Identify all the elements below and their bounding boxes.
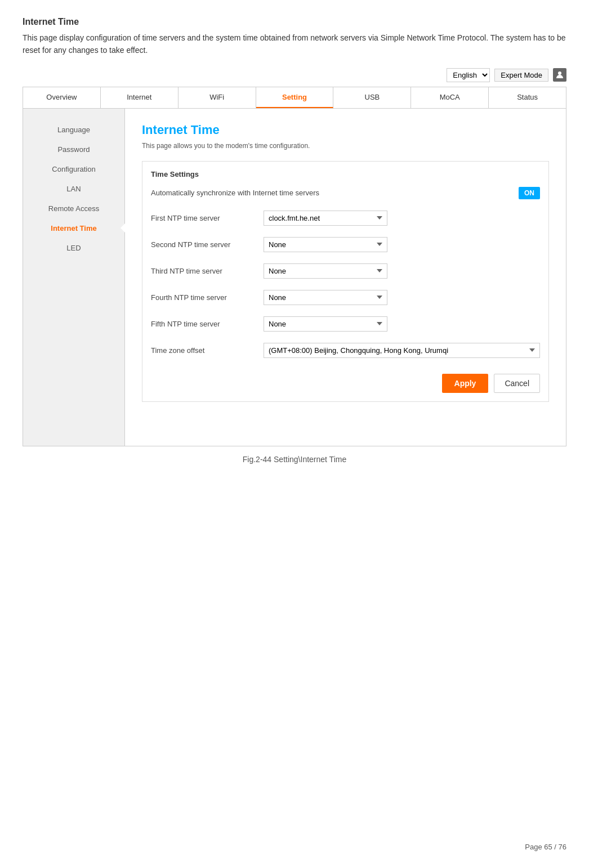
tab-setting[interactable]: Setting — [256, 87, 334, 108]
toggle-on-button[interactable]: ON — [519, 187, 540, 199]
ntp-label-2: Second NTP time server — [151, 240, 264, 249]
button-row: Apply Cancel — [151, 374, 540, 393]
ntp-control-2: None — [264, 237, 540, 252]
ntp-select-4[interactable]: None — [264, 290, 387, 305]
cancel-button[interactable]: Cancel — [494, 374, 540, 393]
user-icon[interactable] — [553, 68, 566, 82]
timezone-row: Time zone offset (GMT+08:00) Beijing, Ch… — [151, 343, 540, 363]
ntp-select-5[interactable]: None — [264, 316, 387, 332]
sidebar-item-led[interactable]: LED — [23, 238, 124, 258]
ntp-row-4: Fourth NTP time server None — [151, 290, 540, 310]
ntp-row-2: Second NTP time server None — [151, 237, 540, 257]
panel-subtitle: This page allows you to the modem's time… — [142, 142, 549, 150]
language-select[interactable]: English — [447, 68, 490, 82]
ntp-control-4: None — [264, 290, 540, 305]
ntp-select-3[interactable]: None — [264, 263, 387, 279]
svg-point-0 — [558, 71, 561, 75]
top-bar: English Expert Mode — [23, 68, 566, 82]
tab-usb[interactable]: USB — [333, 87, 411, 108]
panel-title: Internet Time — [142, 123, 549, 137]
auto-sync-label: Automatically synchronize with Internet … — [151, 189, 319, 197]
auto-sync-control: ON — [519, 187, 540, 199]
main-content: Language Password Configuration LAN Remo… — [23, 109, 566, 446]
tab-status[interactable]: Status — [489, 87, 566, 108]
timezone-control: (GMT+08:00) Beijing, Chongquing, Hong Ko… — [264, 343, 540, 358]
ntp-row-5: Fifth NTP time server None — [151, 316, 540, 336]
apply-button[interactable]: Apply — [442, 374, 489, 393]
tab-internet[interactable]: Internet — [101, 87, 179, 108]
sidebar-item-lan[interactable]: LAN — [23, 179, 124, 199]
right-panel: Internet Time This page allows you to th… — [124, 109, 566, 446]
page-number: Page 65 / 76 — [525, 843, 566, 851]
ntp-label-4: Fourth NTP time server — [151, 293, 264, 302]
expert-mode-button[interactable]: Expert Mode — [494, 69, 548, 82]
settings-section: Time Settings Automatically synchronize … — [142, 161, 549, 402]
ntp-label-3: Third NTP time server — [151, 267, 264, 275]
auto-sync-row: Automatically synchronize with Internet … — [151, 187, 540, 204]
page-description: This page display configuration of time … — [23, 32, 566, 57]
ntp-select-1[interactable]: clock.fmt.he.net — [264, 211, 387, 226]
sidebar-item-configuration[interactable]: Configuration — [23, 159, 124, 179]
ntp-control-1: clock.fmt.he.net — [264, 211, 540, 226]
sidebar-item-remote-access[interactable]: Remote Access — [23, 199, 124, 218]
timezone-select[interactable]: (GMT+08:00) Beijing, Chongquing, Hong Ko… — [264, 343, 540, 358]
ntp-row-3: Third NTP time server None — [151, 263, 540, 283]
nav-tabs: Overview Internet WiFi Setting USB MoCA … — [23, 87, 566, 109]
tab-wifi[interactable]: WiFi — [179, 87, 256, 108]
timezone-label: Time zone offset — [151, 346, 264, 355]
section-header: Time Settings — [151, 170, 540, 178]
tab-overview[interactable]: Overview — [23, 87, 101, 108]
ntp-label-1: First NTP time server — [151, 214, 264, 222]
ntp-control-5: None — [264, 316, 540, 332]
ntp-row-1: First NTP time server clock.fmt.he.net — [151, 211, 540, 230]
sidebar: Language Password Configuration LAN Remo… — [23, 109, 124, 446]
page-title: Internet Time — [23, 17, 566, 27]
sidebar-item-language[interactable]: Language — [23, 120, 124, 140]
ntp-select-2[interactable]: None — [264, 237, 387, 252]
ntp-control-3: None — [264, 263, 540, 279]
ntp-label-5: Fifth NTP time server — [151, 320, 264, 328]
tab-moca[interactable]: MoCA — [411, 87, 489, 108]
figure-caption: Fig.2-44 Setting\Internet Time — [23, 455, 566, 464]
sidebar-item-internet-time[interactable]: Internet Time — [23, 218, 124, 238]
sidebar-item-password[interactable]: Password — [23, 140, 124, 159]
